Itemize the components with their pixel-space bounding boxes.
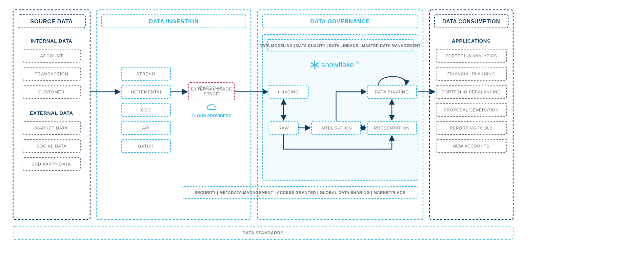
governance-title: DATA GOVERNANCE: [311, 18, 370, 25]
chip-customer: CUSTOMER: [38, 89, 65, 94]
chip-3rdparty: 3RD PARTY DATA: [32, 162, 71, 167]
svg-text:®: ®: [356, 61, 359, 65]
consumption-title: DATA CONSUMPTION: [442, 19, 500, 24]
app-reporting: REPORTING TOOLS: [450, 126, 493, 130]
svg-text:STAGE: STAGE: [204, 91, 219, 96]
ingestion-methods: STREAM INCREMENTAL CDC API BATCH: [121, 67, 171, 152]
chip-batch: BATCH: [138, 144, 154, 148]
chip-social: SOCIAL DATA: [36, 144, 67, 148]
node-loading: LOADING: [278, 89, 299, 94]
svg-rect-21: [262, 34, 418, 180]
chip-api: API: [142, 126, 150, 130]
source-data-column: SOURCE DATA INTERNAL DATA ACCOUNT TRANSA…: [13, 10, 90, 220]
node-raw: RAW: [278, 126, 289, 130]
data-standards-bar: DATA STANDARDS: [13, 226, 513, 239]
source-external-items: MARKET DATA SOCIAL DATA 3RD PARTY DATA: [23, 121, 80, 170]
diagram-canvas: SOURCE DATA INTERNAL DATA ACCOUNT TRANSA…: [0, 0, 644, 276]
chip-incremental: INCREMENTAL: [130, 89, 163, 94]
external-data-label: EXTERNAL DATA: [30, 110, 73, 116]
app-financial-planning: FINANCIAL PLANNING: [447, 72, 495, 76]
cloud-icon: [207, 104, 216, 109]
chip-market: MARKET DATA: [35, 126, 68, 130]
app-new-accounts: NEW ACCOUNTS: [453, 144, 489, 148]
governance-top-bar: DATA MODELING | DATA QUALITY | DATA LINE…: [260, 44, 421, 48]
data-consumption-column: DATA CONSUMPTION APPLICATIONS PORTFOLIO …: [430, 10, 513, 220]
svg-point-23: [314, 64, 316, 66]
svg-text:EXTERNAL: EXTERNAL: [199, 86, 224, 90]
chip-cdc: CDC: [141, 108, 151, 112]
snowflake-wordmark: snowflake: [321, 61, 354, 69]
app-portfolio-rebalancing: PORTFOLIO REBALANCING: [442, 90, 501, 94]
bottom-bar-text: SECURITY | METADATA MANAGEMENT | ACCESS …: [194, 190, 405, 195]
source-internal-items: ACCOUNT TRANSACTION CUSTOMER: [23, 49, 80, 98]
cloud-providers-label: CLOUD PROVIDERS: [192, 114, 231, 118]
node-integration: INTEGRATION: [320, 126, 352, 130]
app-portfolio-analytics: PORTFOLIO ANALYTICS: [445, 54, 497, 58]
app-proposal-generation: PROPOSAL GENERATION: [444, 108, 499, 112]
applications-label: APPLICATIONS: [452, 38, 491, 44]
external-stage-box: EXTERNAL STAGE EXTERNAL STAGE CLOUD PROV…: [189, 83, 234, 118]
chip-account: ACCOUNT: [40, 53, 63, 58]
consumption-apps: PORTFOLIO ANALYTICS FINANCIAL PLANNING P…: [436, 49, 507, 152]
node-sharing: DATA SHARING: [375, 89, 409, 94]
data-governance-column: DATA GOVERNANCE DATA MODELING | DATA QUA…: [257, 10, 423, 220]
source-data-title: SOURCE DATA: [30, 18, 73, 25]
internal-data-label: INTERNAL DATA: [31, 38, 72, 44]
data-standards-text: DATA STANDARDS: [242, 230, 283, 235]
data-ingestion-column: DATA INGESTION STREAM INCREMENTAL CDC AP…: [97, 10, 251, 220]
ingestion-title: DATA INGESTION: [149, 18, 199, 25]
platform-services-bar: SECURITY | METADATA MANAGEMENT | ACCESS …: [182, 187, 418, 198]
node-presentation: PRESENTATION: [374, 126, 410, 130]
chip-stream: STREAM: [136, 71, 156, 76]
chip-transaction: TRANSACTION: [35, 71, 68, 76]
